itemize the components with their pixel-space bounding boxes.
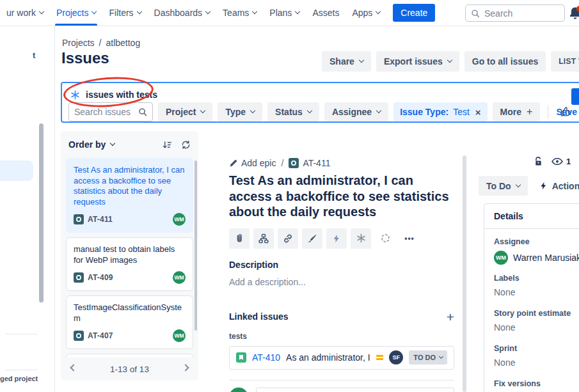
search-issues-input[interactable] [74, 107, 138, 117]
search-icon [471, 9, 480, 18]
list-scrollbar[interactable] [194, 161, 197, 331]
labels-value[interactable]: None [494, 287, 579, 300]
add-epic-button[interactable]: Add epic [229, 158, 276, 168]
chevron-down-icon [307, 108, 312, 113]
chevron-down-icon [447, 58, 452, 63]
description-placeholder[interactable]: Add a description... [229, 277, 454, 287]
create-button[interactable]: Create [393, 4, 435, 22]
hexagon-icon [381, 233, 390, 243]
automation-lightning-button[interactable] [326, 228, 347, 249]
priority-medium-icon [376, 355, 383, 361]
type-filter-dropdown[interactable]: Type [218, 102, 262, 122]
remove-filter-icon[interactable]: × [475, 107, 481, 118]
assignee-filter-dropdown[interactable]: Assignee [324, 102, 388, 122]
breadcrumb-projects-link[interactable]: Projects [62, 38, 95, 48]
export-issues-button[interactable]: Export issues [376, 51, 459, 72]
pagination-next-icon[interactable] [182, 364, 189, 371]
breadcrumb-project-link[interactable]: atlbettog [106, 38, 140, 48]
notifications-bell-icon[interactable] [567, 5, 579, 22]
issue-title[interactable]: Test As an administrator, I can access a… [229, 173, 454, 220]
linked-issues-header: Linked issues + [229, 310, 454, 324]
assignee-value[interactable]: WM Warren Marusiak [494, 251, 579, 265]
nav-dashboards[interactable]: Dashboards [148, 0, 217, 26]
actions-button[interactable]: Actions [539, 181, 579, 191]
sidebar-partial-text: t [33, 51, 35, 60]
attach-button[interactable] [229, 228, 250, 249]
chevron-down-icon [359, 58, 364, 63]
add-linked-issue-button[interactable]: + [447, 310, 454, 324]
project-sidebar: t ged project [0, 26, 55, 392]
chevron-down-icon [515, 182, 520, 187]
feedback-thumbs-up-icon[interactable] [560, 106, 571, 117]
more-actions-button[interactable]: ••• [399, 228, 420, 249]
avatar: SF [389, 350, 403, 365]
sidebar-scrollbar[interactable] [39, 123, 44, 302]
story-points-value[interactable]: None [494, 322, 579, 335]
pen-tool-button[interactable] [302, 228, 322, 249]
link-icon [283, 233, 293, 244]
header-actions: Share Export issues Go to all issues LIS… [322, 51, 579, 72]
sort-direction-icon[interactable] [163, 140, 172, 150]
issue-breadcrumb: Add epic / AT-411 [229, 158, 454, 168]
view-switcher: LIST VIEW≡ DETA [551, 51, 579, 72]
search-issues-field[interactable] [68, 102, 153, 122]
plus-icon: + [527, 106, 532, 118]
lightning-icon [332, 234, 341, 243]
divider [548, 105, 548, 119]
issue-card-at-407[interactable]: TestImageClassificationSystem AT-407 WM [66, 295, 193, 349]
go-to-all-issues-button[interactable]: Go to all issues [464, 51, 546, 72]
jira-issues-page: ur work Projects Filters Dashboards Team… [0, 0, 579, 392]
issue-card-at-411[interactable]: Test As an administrator, I can access a… [66, 158, 193, 233]
watch-count: 1 [566, 157, 571, 166]
field-fix-versions: Fix versions None [494, 379, 579, 392]
issue-list-panel: Order by Test As an administrator, I can… [61, 131, 198, 380]
status-filter-dropdown[interactable]: Status [267, 102, 319, 122]
sprint-value[interactable]: None [494, 357, 579, 370]
ai-filter-row: issues with tests [70, 88, 157, 101]
nav-filters[interactable]: Filters [102, 0, 147, 26]
issue-type-test-chip[interactable]: Issue Type: Test × [393, 102, 487, 122]
link-issue-button[interactable] [278, 228, 298, 249]
linked-issues-label: Linked issues [229, 311, 289, 322]
description-label: Description [229, 260, 454, 270]
unlock-icon[interactable] [534, 157, 543, 166]
chevron-down-icon [295, 9, 300, 14]
global-search[interactable] [465, 4, 565, 22]
nav-projects[interactable]: Projects [50, 0, 103, 26]
list-view-button[interactable]: LIST VIEW≡ [551, 51, 579, 72]
app-hexagon-button[interactable] [375, 228, 395, 249]
issue-card-at-409[interactable]: manual test to obtain labels for WebP im… [66, 237, 193, 291]
sidebar-selected-item[interactable] [0, 161, 33, 181]
comment-field[interactable] [256, 388, 454, 392]
watchers-control[interactable]: 1 [551, 157, 571, 166]
story-type-icon [236, 352, 246, 363]
chevron-down-icon [205, 9, 210, 14]
nav-teams[interactable]: Teams [216, 0, 263, 26]
order-by-dropdown[interactable]: Order by [68, 139, 115, 150]
test-type-icon [74, 214, 84, 224]
more-filters-button[interactable]: More+ [493, 102, 541, 122]
linked-issue-key[interactable]: AT-410 [252, 352, 280, 363]
linked-issue-row[interactable]: AT-410 As an administrator, I c... SF TO… [229, 346, 454, 370]
issue-cards: Test As an administrator, I can access a… [66, 158, 193, 357]
nav-your-work[interactable]: ur work [0, 0, 50, 26]
pagination-prev-icon[interactable] [70, 364, 77, 371]
detail-scrollbar[interactable] [463, 155, 466, 392]
app-asterisk-button[interactable] [351, 228, 371, 249]
refresh-icon[interactable] [181, 140, 191, 150]
share-button[interactable]: Share [322, 51, 371, 72]
chevron-down-icon [252, 9, 257, 14]
project-filter-dropdown[interactable]: Project [158, 102, 212, 122]
nav-apps[interactable]: Apps [345, 0, 386, 26]
nav-plans[interactable]: Plans [263, 0, 306, 26]
status-dropdown[interactable]: To Do [479, 176, 528, 196]
linked-issue-status-dropdown[interactable]: TO DO [409, 350, 447, 365]
test-type-icon [74, 272, 84, 283]
chevron-down-icon [39, 9, 44, 14]
nav-assets[interactable]: Assets [306, 0, 345, 26]
add-child-issue-button[interactable] [253, 228, 274, 249]
global-search-input[interactable] [484, 8, 555, 19]
details-panel-header[interactable]: Details [484, 204, 579, 229]
issue-key-link[interactable]: AT-411 [289, 158, 330, 168]
field-sprint: Sprint None [494, 344, 579, 370]
